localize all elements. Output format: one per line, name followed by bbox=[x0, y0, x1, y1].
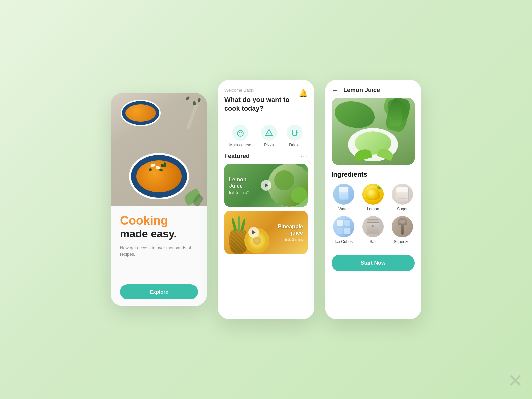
ingredient-sugar: Sugar bbox=[390, 184, 415, 211]
ingredients-grid: Water Lemon bbox=[332, 184, 415, 244]
svg-point-0 bbox=[237, 130, 243, 136]
splash-made-easy: made easy. bbox=[120, 227, 198, 240]
svg-rect-5 bbox=[297, 131, 298, 132]
lemon-play-button[interactable] bbox=[261, 180, 271, 191]
ingredient-water: Water bbox=[332, 184, 356, 211]
drinks-icon bbox=[287, 125, 303, 141]
lemon-recipe-name: LemonJuice bbox=[229, 176, 249, 189]
explore-button[interactable]: Explore bbox=[120, 284, 198, 299]
main-course-label: Main-course bbox=[229, 143, 251, 147]
svg-point-3 bbox=[269, 132, 270, 133]
lemon-label: Lemon bbox=[367, 207, 379, 211]
ingredient-ice-cubes: Ice Cubes bbox=[332, 216, 356, 244]
ingredients-title: Ingredients bbox=[332, 171, 415, 178]
splash-content: Cooking made easy. Now get access to ove… bbox=[111, 206, 207, 306]
pineapple-recipe-name: Pineapplejuice bbox=[278, 223, 303, 236]
category-pizza[interactable]: Pizza bbox=[261, 125, 277, 147]
back-button[interactable]: ← bbox=[332, 86, 338, 94]
ingredient-squeezer: Squeezer bbox=[390, 216, 415, 244]
ingredient-lemon: Lemon bbox=[361, 184, 385, 211]
water-label: Water bbox=[338, 207, 349, 211]
home-phone: Welcome Back! What do you want to cook t… bbox=[218, 80, 314, 319]
recipe-detail-phone: ← Lemon Juice bbox=[325, 80, 421, 319]
watermark-icon bbox=[509, 374, 522, 389]
what-cook-text: What do you want to cook today? bbox=[224, 95, 299, 113]
squeezer-label: Squeezer bbox=[394, 239, 411, 244]
lemon-juice-card[interactable]: LemonJuice Est. 2 mins* bbox=[224, 164, 308, 207]
salt-label: Salt bbox=[370, 239, 377, 244]
water-image bbox=[333, 184, 354, 205]
featured-more-icon[interactable]: ··· bbox=[301, 153, 308, 160]
ingredients-section: Ingredients Water bbox=[325, 165, 421, 255]
svg-point-2 bbox=[270, 134, 271, 135]
notification-icon[interactable]: 🔔 bbox=[299, 89, 308, 98]
svg-rect-4 bbox=[293, 130, 297, 135]
pineapple-recipe-overlay: Pineapplejuice Est. 2 mins bbox=[278, 223, 303, 241]
lemon-image bbox=[362, 184, 384, 205]
splash-cooking-title: Cooking bbox=[120, 214, 198, 227]
pizza-icon bbox=[261, 125, 277, 141]
featured-header: Featured ··· bbox=[218, 153, 314, 164]
featured-title: Featured bbox=[224, 153, 250, 160]
lemon-recipe-overlay: LemonJuice Est. 2 mins* bbox=[229, 176, 249, 194]
salt-image: S bbox=[362, 216, 384, 237]
pineapple-play-button[interactable] bbox=[248, 227, 259, 238]
sugar-image bbox=[392, 184, 413, 205]
start-now-button[interactable]: Start Now bbox=[332, 255, 415, 271]
sugar-label: Sugar bbox=[397, 207, 408, 211]
recipe-detail-title: Lemon Juice bbox=[343, 87, 380, 94]
drinks-label: Drinks bbox=[289, 143, 300, 147]
welcome-text: Welcome Back! bbox=[224, 88, 299, 93]
home-header: Welcome Back! What do you want to cook t… bbox=[218, 80, 314, 123]
lemon-recipe-time: Est. 2 mins* bbox=[229, 190, 249, 194]
recipe-detail-header: ← Lemon Juice bbox=[325, 80, 421, 98]
category-drinks[interactable]: Drinks bbox=[287, 125, 303, 147]
main-course-icon bbox=[232, 125, 248, 141]
pineapple-juice-card[interactable]: Pineapplejuice Est. 2 mins bbox=[224, 211, 308, 254]
categories-bar: Main-course Pizza bbox=[218, 123, 314, 153]
pineapple-recipe-time: Est. 2 mins bbox=[278, 237, 303, 241]
splash-description: Now get access to over thousands of reci… bbox=[120, 245, 198, 258]
ice-cubes-label: Ice Cubes bbox=[335, 239, 353, 244]
ingredient-salt: S Salt bbox=[361, 216, 385, 244]
svg-point-1 bbox=[268, 133, 269, 134]
category-main-course[interactable]: Main-course bbox=[229, 125, 251, 147]
splash-hero-image bbox=[111, 93, 207, 206]
squeezer-image bbox=[392, 216, 413, 237]
recipe-hero-image bbox=[332, 98, 415, 165]
splash-phone: Cooking made easy. Now get access to ove… bbox=[111, 93, 207, 306]
ice-cubes-image bbox=[333, 216, 354, 237]
pizza-label: Pizza bbox=[264, 143, 274, 147]
